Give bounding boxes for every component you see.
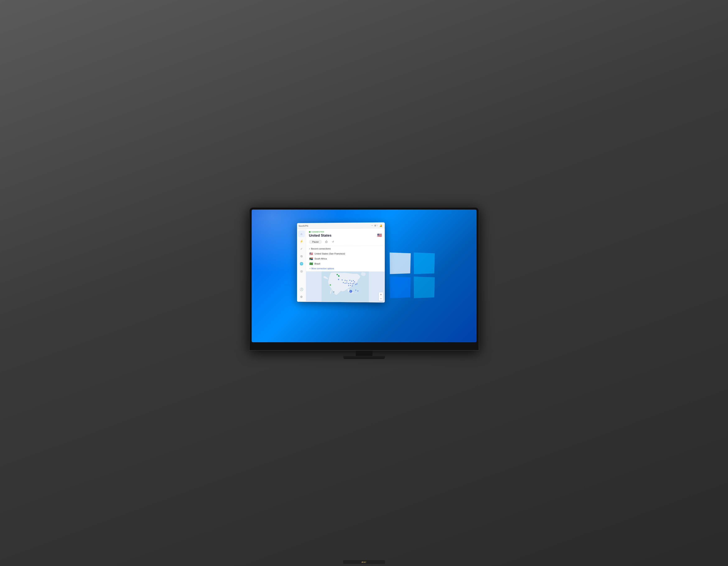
sidebar-item-check[interactable]: ✓ (298, 246, 305, 252)
vpn-map[interactable]: 🌲 🌲 🚢 (306, 272, 385, 302)
svg-text:🌲: 🌲 (338, 275, 340, 277)
country-name: United States (309, 234, 331, 238)
vpn-body: ⌂ ⚡ ✓ ⧉ 🌐 ◎ 🕐 ⚙ ⬆ (297, 228, 385, 302)
sidebar-item-globe[interactable]: 🌐 (298, 260, 305, 267)
sidebar-item-home[interactable]: ⌂ (298, 231, 305, 237)
za-connection-name: South Africa (314, 258, 327, 260)
svg-text:🌲: 🌲 (336, 274, 338, 276)
windows-logo (390, 253, 436, 299)
brand-name: msi (362, 561, 366, 563)
pause-button[interactable]: Pause (309, 240, 322, 244)
brand-label: msi (343, 560, 385, 564)
vpn-sidebar: ⌂ ⚡ ✓ ⧉ 🌐 ◎ 🕐 ⚙ (297, 229, 306, 302)
recent-section: ∧ Recent connections 🇺🇸 United States (S… (306, 246, 385, 272)
connected-badge: CONNECTED (309, 231, 382, 233)
recent-header[interactable]: ∧ Recent connections (309, 248, 382, 250)
sidebar-item-shield[interactable]: ⚡ (298, 238, 305, 245)
monitor-screen: NordVPN — □ ✕ ⌂ ⚡ ✓ ⧉ 🌐 ◎ (252, 210, 477, 342)
chevron-down-icon: ∨ (309, 268, 311, 270)
refresh-icon[interactable]: ↺ (331, 240, 335, 244)
zoom-out-button[interactable]: − (379, 297, 383, 301)
vpn-titlebar: NordVPN — □ ✕ (297, 223, 385, 229)
stand-neck (356, 350, 372, 356)
recent-label: Recent connections (311, 248, 331, 250)
map-svg: 🌲 🌲 🚢 (306, 272, 385, 302)
vpn-main: ⬆ 🔔 CONNECTED United States 🇺🇸 (306, 228, 385, 302)
monitor-stand: msi (249, 350, 479, 359)
us-flag-icon: 🇺🇸 (309, 252, 313, 256)
chevron-up-icon: ∧ (309, 248, 310, 250)
action-bar: Pause ⏻ ↺ (309, 239, 382, 244)
more-options[interactable]: ∨ More connection options (309, 266, 382, 270)
svg-text:4: 4 (350, 291, 351, 292)
connected-dot (309, 231, 311, 233)
power-icon[interactable]: ⏻ (324, 240, 329, 244)
recent-item-za[interactable]: 🇿🇦 South Africa (309, 256, 382, 261)
connection-status: CONNECTED (311, 231, 324, 233)
us-connection-name: United States (San Francisco) (314, 253, 345, 255)
country-flag: 🇺🇸 (377, 233, 382, 238)
connection-header: CONNECTED United States 🇺🇸 Pause ⏻ ↺ (306, 228, 385, 246)
sidebar-item-copy[interactable]: ⧉ (298, 253, 305, 260)
sidebar-item-settings[interactable]: ⚙ (298, 293, 305, 300)
br-connection-name: Brazil (314, 263, 320, 265)
vpn-window: NordVPN — □ ✕ ⌂ ⚡ ✓ ⧉ 🌐 ◎ (297, 223, 385, 303)
recent-item-us[interactable]: 🇺🇸 United States (San Francisco) (309, 251, 382, 257)
recent-item-br[interactable]: 🇧🇷 Brazil (309, 261, 382, 266)
full-scene: NordVPN — □ ✕ ⌂ ⚡ ✓ ⧉ 🌐 ◎ (0, 207, 728, 359)
stand-base: msi (343, 356, 385, 359)
monitor-body: NordVPN — □ ✕ ⌂ ⚡ ✓ ⧉ 🌐 ◎ (249, 207, 479, 351)
br-flag-icon: 🇧🇷 (309, 262, 313, 266)
za-flag-icon: 🇿🇦 (309, 257, 313, 260)
zoom-in-button[interactable]: + (379, 292, 383, 296)
sidebar-item-target[interactable]: ◎ (298, 268, 305, 275)
map-zoom-controls: + − (379, 292, 383, 300)
country-row: United States 🇺🇸 (309, 233, 382, 238)
sidebar-item-activity[interactable]: 🕐 (298, 286, 305, 293)
app-title: NordVPN (299, 225, 308, 227)
more-options-label: More connection options (311, 268, 334, 270)
